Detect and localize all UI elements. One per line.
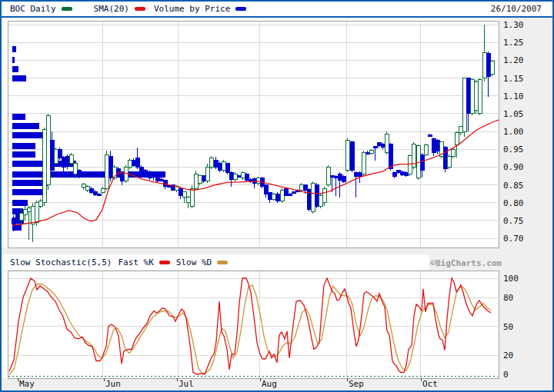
price-tick-label: 0.80 (503, 198, 524, 208)
stochastic-tick-label: 100 (503, 274, 519, 284)
chart-date-label: 26/10/2007 (491, 4, 542, 14)
price-tick-label: 0.70 (503, 234, 524, 244)
month-label: Oct (422, 379, 438, 389)
chart-canvas: 1.301.251.201.151.101.051.000.950.900.85… (0, 0, 554, 392)
price-tick-label: 1.15 (503, 74, 524, 84)
stochastic-k-label: Fast %K (118, 257, 153, 267)
legend-item-sma: SMA(20) (94, 4, 145, 14)
price-tick-label: 0.95 (503, 145, 524, 154)
stochastic-tick-label: 50 (503, 322, 513, 332)
legend-label-sma: SMA(20) (94, 4, 129, 14)
bigcharts-credit: ©BigCharts.com (428, 258, 502, 268)
sma-series-swatch-icon (135, 7, 145, 11)
month-label: May (19, 379, 35, 389)
price-tick-label: 1.05 (503, 109, 524, 119)
price-tick-label: 1.10 (503, 91, 524, 101)
price-tick-label: 0.75 (503, 216, 524, 226)
stochastic-k-swatch-icon (159, 261, 170, 264)
stochastic-tick-label: 80 (503, 293, 513, 303)
month-label: Jul (179, 379, 194, 389)
stochastic-tick-label: 0 (503, 370, 509, 380)
legend-label-volume-by-price: Volume by Price (154, 4, 230, 14)
main-chart-legend: BOC Daily SMA(20) Volume by Price 26/10/… (2, 2, 552, 16)
stochastic-d-label: Slow %D (176, 257, 212, 267)
volume-by-price-swatch-icon (235, 7, 246, 11)
price-tick-label: 1.00 (503, 127, 524, 137)
legend-item-price: BOC Daily (10, 4, 72, 14)
month-label: Jun (105, 379, 121, 389)
price-tick-label: 0.90 (503, 162, 524, 172)
price-series-swatch-icon (62, 7, 72, 11)
month-label: Sep (349, 379, 364, 389)
price-tick-label: 1.25 (503, 38, 524, 48)
price-tick-label: 1.20 (503, 55, 524, 65)
stochastic-legend: Slow Stochastic(5,5) Fast %K Slow %D (2, 254, 429, 270)
legend-item-volume-by-price: Volume by Price (154, 4, 246, 14)
stochastic-tick-label: 20 (503, 350, 513, 360)
stochastic-d-swatch-icon (217, 261, 228, 264)
stochastic-title: Slow Stochastic(5,5) (10, 257, 112, 267)
price-tick-label: 0.85 (503, 181, 524, 191)
month-label: Aug (262, 379, 277, 389)
legend-divider (2, 16, 552, 18)
legend-label-price: BOC Daily (10, 4, 56, 14)
price-tick-label: 1.30 (503, 20, 524, 30)
